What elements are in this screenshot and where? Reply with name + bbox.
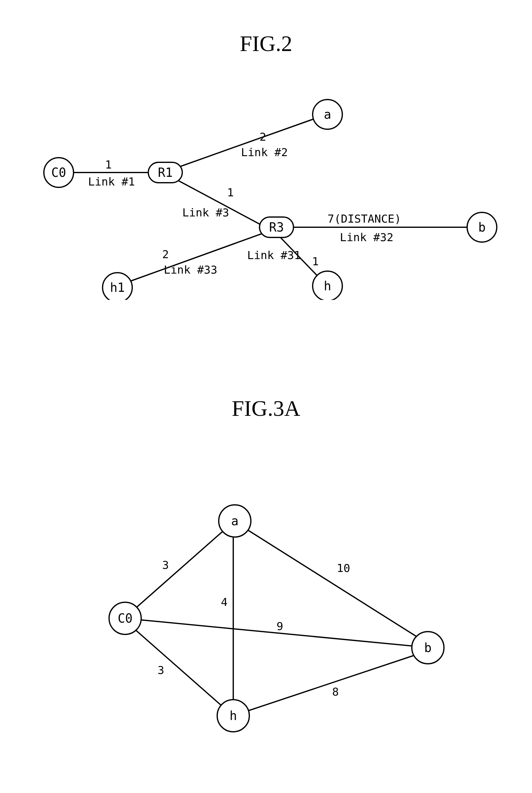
link32-label: Link #32 — [340, 231, 393, 244]
fig3a-node-b-label: b — [424, 641, 432, 655]
edge-c0-h — [133, 628, 223, 706]
link32-weight: 7(DISTANCE) — [327, 213, 401, 225]
link1-weight: 1 — [105, 158, 112, 171]
link33-label: Link #33 — [164, 263, 217, 276]
link33-weight: 2 — [162, 248, 169, 261]
fig3a-diagram: 3 3 9 4 10 8 C0 a b h — [0, 473, 532, 751]
edge-a-b-weight: 10 — [337, 562, 350, 574]
link3-label: Link #3 — [182, 206, 229, 219]
node-a-label: a — [324, 107, 331, 122]
link2-weight: 2 — [260, 130, 266, 143]
link3-weight: 1 — [227, 186, 234, 199]
edge-c0-a — [133, 530, 224, 611]
fig3a-node-h-label: h — [230, 708, 237, 723]
fig3a-title: FIG.3A — [0, 396, 532, 421]
link31-weight: 1 — [312, 255, 319, 268]
edge-h-b-weight: 8 — [332, 685, 339, 698]
edge-c0-h-weight: 3 — [157, 664, 164, 677]
edge-a-h-weight: 4 — [221, 596, 228, 608]
link1-label: Link #1 — [88, 175, 135, 188]
edge-c0-a-weight: 3 — [162, 559, 169, 571]
fig3a-node-c0-label: C0 — [118, 611, 133, 625]
edge-h-b — [247, 656, 414, 711]
node-r3-label: R3 — [269, 220, 284, 234]
fig2-title: FIG.2 — [0, 31, 532, 57]
link2-label: Link #2 — [241, 146, 288, 159]
node-h1-label: h1 — [110, 280, 125, 295]
fig3a-node-a-label: a — [231, 514, 239, 528]
node-r1-label: R1 — [158, 165, 173, 180]
edge-a-b — [246, 529, 417, 637]
link2-line — [174, 119, 314, 168]
edge-c0-b-weight: 9 — [277, 620, 283, 632]
node-c0-label: C0 — [51, 165, 66, 180]
fig2-diagram: 1 Link #1 2 Link #2 1 Link #3 7(DISTANCE… — [0, 84, 532, 300]
link31-label: Link #31 — [247, 249, 301, 261]
node-h-label: h — [324, 279, 331, 293]
node-b-label: b — [478, 220, 486, 234]
